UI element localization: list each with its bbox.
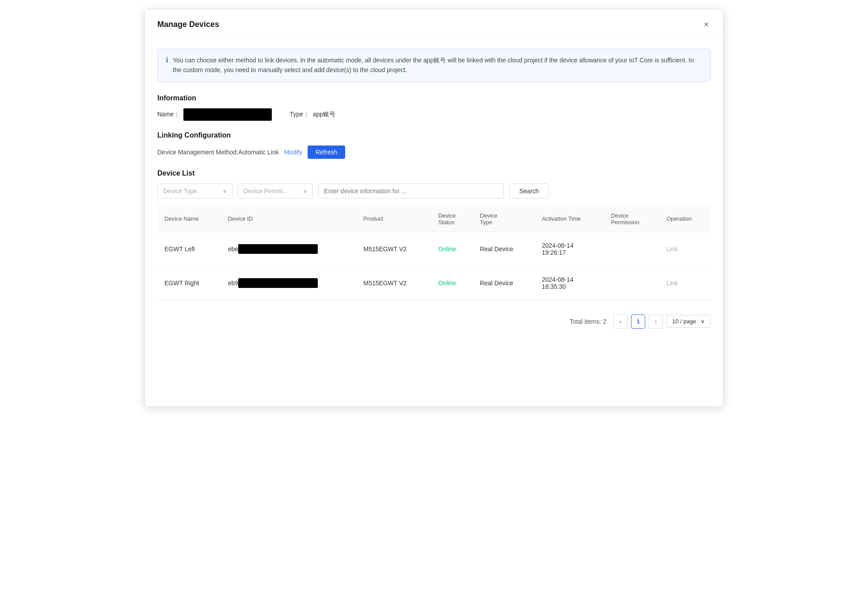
id-prefix: eb9: [228, 280, 238, 287]
device-search-input[interactable]: [318, 184, 504, 199]
table-header: Device Name Device ID Product DeviceStat…: [157, 206, 711, 232]
cell-device-name: EGWT Left: [157, 232, 221, 266]
information-section-title: Information: [157, 94, 711, 102]
table-body: EGWT Left ebe M515EGWT V2 Online Real De…: [157, 232, 711, 300]
next-page-button[interactable]: ›: [649, 314, 663, 329]
device-type-chevron-icon: ∨: [223, 188, 227, 194]
refresh-button[interactable]: Refresh: [308, 146, 345, 159]
device-table: Device Name Device ID Product DeviceStat…: [157, 206, 711, 300]
modal-body: ℹ You can choose either method to link d…: [145, 38, 723, 346]
close-button[interactable]: ×: [702, 18, 711, 31]
linking-section: Linking Configuration Device Management …: [157, 131, 711, 159]
cell-activation-time: 2024-08-1419:26:17: [535, 232, 604, 266]
table-row: EGWT Right eb9 M515EGWT V2 Online Real D…: [157, 266, 711, 300]
link-operation[interactable]: Link: [666, 280, 678, 287]
id-redacted: [238, 278, 318, 288]
cell-device-id: eb9: [221, 266, 357, 300]
col-device-type: DeviceType: [473, 206, 535, 232]
name-item: Name：: [157, 108, 272, 121]
cell-activation-time: 2024-08-1418:35:30: [535, 266, 604, 300]
cell-product: M515EGWT V2: [356, 266, 431, 300]
device-type-placeholder: Device Type: [163, 188, 197, 195]
total-items-label: Total Items: 2: [570, 318, 606, 325]
device-type-dropdown[interactable]: Device Type ∨: [157, 184, 232, 199]
cell-permission: [604, 232, 659, 266]
table-row: EGWT Left ebe M515EGWT V2 Online Real De…: [157, 232, 711, 266]
prev-icon: ‹: [620, 318, 621, 325]
device-list-section: Device List Device Type ∨ Device Permis.…: [157, 169, 711, 336]
cell-device-id: ebe: [221, 232, 357, 266]
col-operation: Operation: [659, 206, 711, 232]
col-activation-time: Activation Time: [535, 206, 604, 232]
cell-status: Online: [431, 266, 472, 300]
cell-device-name: EGWT Right: [157, 266, 221, 300]
next-icon: ›: [655, 318, 657, 325]
linking-section-title: Linking Configuration: [157, 131, 711, 139]
banner-text: You can choose either method to link dev…: [173, 55, 702, 75]
modify-button[interactable]: Modify: [284, 149, 302, 156]
cell-operation: Link: [659, 266, 711, 300]
id-redacted: [238, 244, 318, 254]
cell-device-type: Real Device: [473, 232, 535, 266]
col-device-name: Device Name: [157, 206, 221, 232]
device-permission-dropdown[interactable]: Device Permis... ∨: [238, 184, 313, 199]
pagination-row: Total Items: 2 ‹ 1 › 10 / page ∨: [157, 314, 711, 336]
type-value: app账号: [313, 111, 335, 119]
status-online-badge: Online: [438, 245, 456, 253]
id-prefix: ebe: [228, 245, 238, 253]
link-operation[interactable]: Link: [666, 245, 678, 253]
cell-permission: [604, 266, 659, 300]
info-banner: ℹ You can choose either method to link d…: [157, 49, 711, 82]
information-section: Information Name： Type： app账号: [157, 94, 711, 121]
cell-operation: Link: [659, 232, 711, 266]
information-row: Name： Type： app账号: [157, 108, 711, 121]
modal-title: Manage Devices: [157, 20, 219, 29]
type-label: Type：: [289, 111, 309, 119]
current-page-button[interactable]: 1: [631, 314, 645, 329]
device-list-title: Device List: [157, 169, 711, 177]
filter-row: Device Type ∨ Device Permis... ∨ Search: [157, 184, 711, 199]
linking-row: Device Management Method:Automatic Link …: [157, 146, 711, 159]
device-permission-placeholder: Device Permis...: [244, 188, 289, 195]
col-device-id: Device ID: [221, 206, 357, 232]
cell-product: M515EGWT V2: [356, 232, 431, 266]
name-label: Name：: [157, 111, 180, 119]
status-online-badge: Online: [438, 280, 456, 287]
page-size-label: 10 / page: [672, 318, 696, 325]
page-size-dropdown[interactable]: 10 / page ∨: [666, 315, 711, 328]
modal-header: Manage Devices ×: [145, 9, 723, 38]
cell-device-type: Real Device: [473, 266, 535, 300]
col-product: Product: [356, 206, 431, 232]
col-device-permission: DevicePermission: [604, 206, 659, 232]
name-value-redacted: [183, 108, 272, 121]
manage-devices-modal: Manage Devices × ℹ You can choose either…: [145, 9, 723, 407]
search-button[interactable]: Search: [509, 184, 549, 199]
type-item: Type： app账号: [289, 111, 335, 119]
device-permission-chevron-icon: ∨: [303, 188, 307, 194]
page-size-chevron-icon: ∨: [700, 318, 705, 325]
method-label: Device Management Method:Automatic Link: [157, 149, 279, 156]
col-device-status: DeviceStatus: [431, 206, 472, 232]
table-header-row: Device Name Device ID Product DeviceStat…: [157, 206, 711, 232]
prev-page-button[interactable]: ‹: [613, 314, 628, 329]
cell-status: Online: [431, 232, 472, 266]
info-icon: ℹ: [166, 56, 168, 64]
